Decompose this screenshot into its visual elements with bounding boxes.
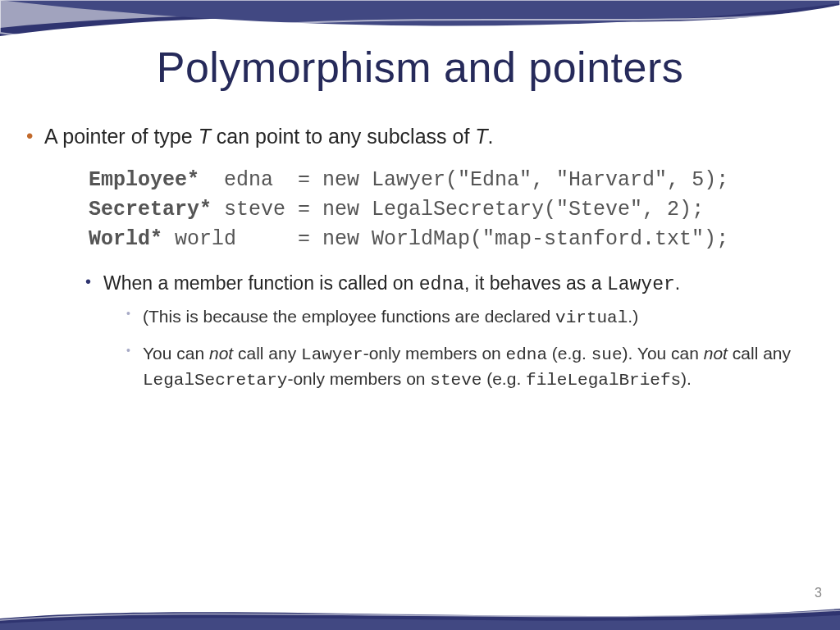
sub-sub-bullet-1: (This is because the employee functions … xyxy=(125,304,824,330)
sub1b-code4: LegalSecretary xyxy=(143,371,287,390)
sub1b-mid7: (e.g. xyxy=(482,369,526,388)
code-kw-1: Employee* xyxy=(89,168,199,192)
page-number: 3 xyxy=(815,586,822,600)
bullet-text-T: T xyxy=(199,125,211,148)
sub1b-pre: You can xyxy=(143,344,209,363)
sub1b-post: ). xyxy=(681,369,692,388)
code-kw-2: Secretary* xyxy=(89,198,212,221)
sub1-pre: When a member function is called on xyxy=(103,272,419,294)
slide-content: A pointer of type T can point to any sub… xyxy=(23,123,824,404)
sub1a-code: virtual xyxy=(555,308,628,327)
bullet-main: A pointer of type T can point to any sub… xyxy=(23,123,824,393)
slide: Polymorphism and pointers A pointer of t… xyxy=(0,0,840,630)
sub1b-not: not xyxy=(209,344,233,363)
sub1b-mid6: -only members on xyxy=(287,369,430,388)
sub1-code1: edna xyxy=(419,274,464,295)
sub1b-code6: fileLegalBriefs xyxy=(526,371,681,390)
sub-sub-bullet-2: You can not call any Lawyer-only members… xyxy=(125,341,824,393)
sub1b-code3: sue xyxy=(591,345,623,364)
bullet-text-T2: T xyxy=(475,125,487,148)
sub1b-mid5: call any xyxy=(728,344,791,363)
slide-title: Polymorphism and pointers xyxy=(0,43,840,92)
bullet-text-post: . xyxy=(488,125,494,148)
sub1a-pre: (This is because the employee functions … xyxy=(143,307,555,326)
sub1b-mid4: ). You can xyxy=(623,344,704,363)
code-rest-2: steve = new LegalSecretary("Steve", 2); xyxy=(212,198,704,221)
sub1-mid: , it behaves as a xyxy=(464,272,607,294)
sub1a-post: .) xyxy=(628,307,638,326)
sub1b-mid2: -only members on xyxy=(363,344,506,363)
code-rest-3: world = new WorldMap("map-stanford.txt")… xyxy=(162,227,728,251)
sub1-post: . xyxy=(675,272,680,294)
sub1b-not2: not xyxy=(704,344,728,363)
sub1b-code2: edna xyxy=(506,345,547,364)
sub1b-mid1: call any xyxy=(233,344,301,363)
code-kw-3: World* xyxy=(89,227,162,251)
sub-bullet-1: When a member function is called on edna… xyxy=(84,270,824,393)
bullet-text-pre: A pointer of type xyxy=(44,125,199,148)
code-rest-1: edna = new Lawyer("Edna", "Harvard", 5); xyxy=(199,168,728,192)
code-block: Employee* edna = new Lawyer("Edna", "Har… xyxy=(89,166,824,255)
bullet-text-mid: can point to any subclass of xyxy=(211,125,475,148)
top-wave-decoration xyxy=(0,0,840,49)
bottom-wave-decoration xyxy=(0,604,840,630)
sub1b-code5: steve xyxy=(430,371,482,390)
sub1-code2: Lawyer xyxy=(607,274,675,295)
sub1b-mid3: (e.g. xyxy=(547,344,591,363)
sub1b-code1: Lawyer xyxy=(301,345,363,364)
